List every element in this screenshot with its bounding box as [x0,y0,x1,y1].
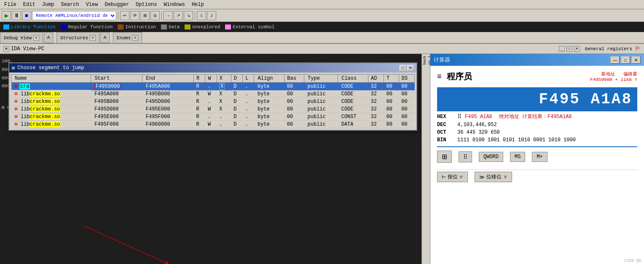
tab-structures[interactable]: Structures ✕ [56,32,99,43]
menu-windows[interactable]: Windows [161,1,188,8]
toolbar: ▶ ⏸ ■ Remote ARMLinux/Android debugger ↩… [0,9,644,22]
toolbar-btn-1[interactable]: ↩ [120,11,129,20]
table-row[interactable]: ⊞ libcrackme.so F495E000 F495F000 R . . … [11,113,415,121]
table-row[interactable]: ⊞ libcrackme.so F495D000 F495E000 R W X … [11,105,415,113]
row3-ad: 32 [368,98,384,105]
row6-align: byte [254,121,284,128]
calc-base-label-row: 基地址 偏移量 [590,71,637,77]
row6-ad: 32 [368,121,384,128]
calc-bitshift-btn[interactable]: ≫ 位移位 ∨ [475,172,512,182]
calc-max-button[interactable]: □ [621,56,630,64]
row6-name: ⊞ libcrackme.so [11,121,91,128]
calc-abs-result: 绝对地址 计算结果：F495A1A8 [499,113,572,120]
legend-bar: Library function Regular function Instru… [0,22,644,32]
row2-start: F495A000 [91,90,142,98]
ida-restore-button[interactable]: □ [566,46,572,52]
table-row[interactable]: ⊞ libcrackme.so F495F000 F4960000 R W . … [11,121,415,128]
tab-structures-close[interactable]: ✕ [90,35,96,41]
table-row[interactable]: ⊞ libcrackme.so F495B000 F495D000 R . X … [11,98,415,105]
calc-min-button[interactable]: — [610,56,620,64]
col-end: End [142,75,194,83]
row1-align: byte [254,83,284,91]
calc-btn-qword[interactable]: QWORD [479,152,503,162]
row4-bas: 00 [284,105,304,113]
calc-btn-grid[interactable]: ⊞ [437,151,452,163]
dialog-close-btn[interactable]: ✕ [407,65,414,71]
table-row[interactable]: ⊞ libcrackme.so F495A000 F495B000 R W X … [11,90,415,98]
calc-dec-value: 4,103,446,952 [457,122,497,128]
pause-button[interactable]: ⏸ [12,11,21,20]
calc-titlebar-buttons: — □ ✕ [610,56,641,64]
menu-edit[interactable]: Edit [20,1,39,8]
menu-help[interactable]: Help [188,1,207,8]
drag-handle-icon[interactable]: ⠿ [457,113,462,120]
calc-menu-icon[interactable]: ≡ [437,73,442,81]
calc-bin-line: BIN 1111 0100 1001 0101 1010 0001 1010 1… [437,137,637,143]
tab-debug-view[interactable]: Debug View ✕ [0,32,43,43]
col-bas: Bas [284,75,304,83]
row1-w: . [205,83,217,91]
tab-debug-close[interactable]: ✕ [33,35,39,41]
toolbar-btn-4[interactable]: ⊟ [150,11,160,20]
tab-structures-icon[interactable]: A [100,32,110,43]
bitshift-label: 位移位 ∨ [486,173,507,180]
toolbar-btn-2[interactable]: ⟳ [130,11,140,20]
row4-t: 00 [384,105,399,113]
calc-title: 计算器 [434,56,450,64]
row1-x: X [217,83,231,91]
calc-dec-line: DEC 4,103,446,952 [437,122,637,128]
calc-offset-label: 偏移量 [623,71,637,77]
toolbar-btn-5[interactable]: → [164,11,173,20]
menu-search[interactable]: Search [57,1,82,8]
legend-regular: Regular function [61,24,113,30]
legend-library-label: Library function [11,24,56,30]
row4-ad: 32 [368,105,384,113]
ida-min-button[interactable]: _ [559,46,565,52]
row2-bas: 00 [284,90,304,98]
segment-dialog[interactable]: ⊞ Choose segment to jump □ ✕ Name Start … [8,62,417,131]
row1-t: 00 [384,83,399,91]
tab-enums-close[interactable]: ✕ [132,35,138,41]
calc-btn-group[interactable]: ⠿ [459,151,472,162]
menu-debugger[interactable]: Debugger [101,1,132,8]
toolbar-btn-9[interactable]: ⤸ [207,11,216,20]
calc-btn-ms[interactable]: MS [510,152,525,162]
legend-instruction: Instruction [118,24,156,30]
row4-icon: ⊞ [15,106,18,112]
stop-button[interactable]: ■ [22,11,31,20]
row3-l: . [243,98,254,105]
tab-enums[interactable]: Enums ✕ [113,32,142,43]
legend-instruction-label: Instruction [125,24,156,30]
menu-file[interactable]: File [1,1,20,8]
col-align: Align [254,75,284,83]
ida-view-title: IDA View-PC [11,46,44,52]
calc-oct-line: OCT 36 445 320 650 [437,129,637,135]
calc-mode-buttons: ⊞ ⠿ QWORD MS M+ [437,146,637,166]
ida-close-button[interactable]: ✕ [574,46,580,52]
calc-close-button[interactable]: ✕ [631,56,641,64]
toolbar-btn-7[interactable]: ↘ [184,11,193,20]
row1-start-value: F4959000 [94,83,121,90]
toolbar-btn-8[interactable]: ⤹ [197,11,206,20]
row2-align: byte [254,90,284,98]
tab-bar: Debug View ✕ A Structures ✕ A Enums ✕ [0,32,644,44]
row4-w: W [205,105,217,113]
debugger-dropdown[interactable]: Remote ARMLinux/Android debugger [32,11,116,20]
run-button[interactable]: ▶ [2,11,11,20]
toolbar-btn-3[interactable]: ⊞ [140,11,150,20]
dialog-maximize-btn[interactable]: □ [400,65,406,71]
table-row[interactable]: ⊞ cra F4959000 F495A000 R . X [11,83,415,91]
menu-jump[interactable]: Jump [39,1,58,8]
tab-debug-icon[interactable]: A [44,32,53,43]
calc-hex-line: HEX ⠿ F495 A1A8 绝对地址 计算结果：F495A1A8 [437,113,637,120]
menu-view[interactable]: View [83,1,102,8]
row6-bas: 00 [284,121,304,128]
calc-formula: F4959000 + 11A8 = [590,77,637,82]
calc-btn-mplus[interactable]: M+ [532,152,547,162]
row4-x: X [217,105,231,113]
calc-bitpos-btn[interactable]: ⊢ 按位 ∨ [437,172,468,182]
menu-options[interactable]: Options [132,1,160,8]
row1-ad: 32 [368,83,384,91]
row4-r: R [194,105,205,113]
toolbar-btn-6[interactable]: ↗ [174,11,183,20]
